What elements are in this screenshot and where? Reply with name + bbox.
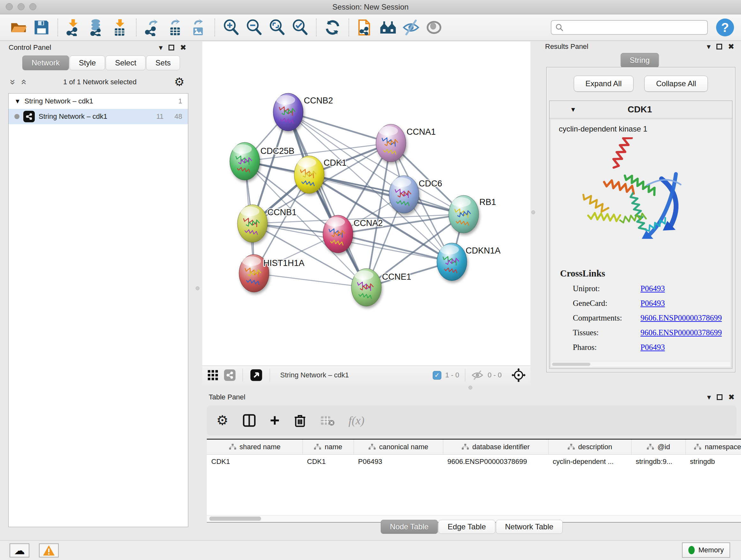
cell-description[interactable]: cyclin-dependent ... xyxy=(548,455,631,469)
cell-database-identifier[interactable]: 9606.ENSP00000378699 xyxy=(443,455,548,469)
cell-canonical-name[interactable]: P06493 xyxy=(354,455,443,469)
table-row[interactable]: CDK1 CDK1 P06493 9606.ENSP00000378699 cy… xyxy=(207,455,741,469)
panel-float-icon[interactable] xyxy=(717,394,723,400)
close-window-button[interactable] xyxy=(6,3,13,10)
panel-float-icon[interactable] xyxy=(169,45,174,51)
network-node-CDC6[interactable] xyxy=(389,176,419,213)
collapse-all-networks-icon[interactable]: » xyxy=(8,79,18,85)
tab-sets[interactable]: Sets xyxy=(146,56,180,70)
delete-column-trash-icon[interactable] xyxy=(293,414,307,428)
refresh-layout-button[interactable] xyxy=(323,17,342,37)
cell-id[interactable]: stringdb:9... xyxy=(631,455,685,469)
panel-menu-icon[interactable]: ▾ xyxy=(707,393,711,401)
show-all-button[interactable] xyxy=(378,17,398,37)
import-network-file-button[interactable] xyxy=(64,17,84,37)
add-column-icon[interactable]: + xyxy=(270,414,280,427)
column-header-id[interactable]: @id xyxy=(631,440,685,455)
network-node-CCNA1[interactable] xyxy=(376,124,406,162)
help-button[interactable]: ? xyxy=(716,18,734,37)
tab-node-table[interactable]: Node Table xyxy=(381,520,438,534)
network-options-gear-icon[interactable]: ⚙ xyxy=(174,76,185,88)
table-options-gear-icon[interactable]: ⚙ xyxy=(216,414,228,427)
bottom-splitter-handle[interactable] xyxy=(468,386,472,389)
tab-string[interactable]: String xyxy=(620,53,659,68)
node-position-crosshair-icon[interactable] xyxy=(511,368,526,382)
export-image-button[interactable] xyxy=(189,17,208,37)
network-node-CDK1[interactable] xyxy=(294,156,324,193)
gray-eye-button[interactable] xyxy=(424,17,444,37)
expand-all-button[interactable]: Expand All xyxy=(574,76,633,91)
collapse-all-button[interactable]: Collapse All xyxy=(644,76,708,91)
column-header-name[interactable]: name xyxy=(302,440,354,455)
zoom-selected-button[interactable] xyxy=(290,17,310,37)
cell-namespace[interactable]: stringdb xyxy=(685,455,741,469)
hide-selected-button[interactable] xyxy=(401,17,421,37)
column-header-canonical-name[interactable]: canonical name xyxy=(354,440,443,455)
network-row[interactable]: String Network – cdk1 11 48 xyxy=(9,109,188,124)
network-node-CCNA2[interactable] xyxy=(323,215,353,253)
panel-close-icon[interactable]: ✖ xyxy=(728,393,735,401)
export-network-button[interactable] xyxy=(143,17,162,37)
crosslink-link[interactable]: P06493 xyxy=(641,299,665,308)
network-node-CCNE1[interactable] xyxy=(351,268,381,306)
toolbar-search[interactable] xyxy=(551,20,708,35)
grid-view-icon[interactable] xyxy=(207,369,219,381)
column-header-namespace[interactable]: namespace xyxy=(685,440,741,455)
import-network-database-button[interactable] xyxy=(87,17,107,37)
minimize-window-button[interactable] xyxy=(17,3,24,10)
tab-select[interactable]: Select xyxy=(106,56,145,70)
zoom-in-button[interactable] xyxy=(221,17,241,37)
panel-close-icon[interactable]: ✖ xyxy=(728,43,734,51)
open-session-button[interactable] xyxy=(9,17,28,37)
save-session-button[interactable] xyxy=(31,17,51,37)
search-input[interactable] xyxy=(563,23,703,32)
panel-float-icon[interactable] xyxy=(717,44,722,50)
collection-expander-icon[interactable]: ▼ xyxy=(14,98,21,105)
cloud-status-button[interactable]: ☁ xyxy=(10,543,29,557)
network-node-CDC25B[interactable] xyxy=(230,142,260,180)
crosslink-link[interactable]: P06493 xyxy=(641,284,665,293)
zoom-out-button[interactable] xyxy=(244,17,264,37)
tab-edge-table[interactable]: Edge Table xyxy=(439,520,495,534)
memory-button[interactable]: Memory xyxy=(682,543,730,558)
scrollbar-thumb[interactable] xyxy=(552,363,590,366)
expand-all-networks-icon[interactable]: » xyxy=(18,79,28,85)
column-header-description[interactable]: description xyxy=(548,440,631,455)
network-node-RB1[interactable] xyxy=(449,195,479,233)
cell-name[interactable]: CDK1 xyxy=(302,455,354,469)
left-splitter-handle[interactable] xyxy=(196,287,199,290)
crosslink-link[interactable]: 9606.ENSP00000378699 xyxy=(641,314,722,322)
export-table-button[interactable] xyxy=(165,17,185,37)
tab-style[interactable]: Style xyxy=(70,56,105,70)
network-edge-HIST1H1A-CCNE1[interactable] xyxy=(254,273,366,287)
panel-close-icon[interactable]: ✖ xyxy=(180,44,186,51)
panel-menu-icon[interactable]: ▾ xyxy=(707,43,711,51)
column-header-shared-name[interactable]: shared name xyxy=(207,440,302,455)
network-node-CCNB1[interactable] xyxy=(238,205,267,242)
birds-eye-view-icon[interactable] xyxy=(250,369,263,381)
column-header-database-identifier[interactable]: database identifier xyxy=(443,440,548,455)
tab-network-table[interactable]: Network Table xyxy=(496,520,563,534)
first-neighbors-button[interactable] xyxy=(355,17,375,37)
network-node-CCNB2[interactable] xyxy=(273,93,303,131)
network-canvas[interactable]: CCNB2CCNA1CDC25BCDK1CDC6RB1CCNB1CCNA2CDK… xyxy=(202,42,530,366)
selected-checkbox-icon[interactable]: ✓ xyxy=(433,371,441,380)
crosslink-link[interactable]: 9606.ENSP00000378699 xyxy=(641,328,722,337)
tab-network[interactable]: Network xyxy=(22,56,69,70)
node-expander-icon[interactable]: ▼ xyxy=(570,106,576,113)
panel-menu-icon[interactable]: ▾ xyxy=(159,44,163,51)
results-horizontal-scrollbar[interactable] xyxy=(551,362,730,367)
right-splitter-handle[interactable] xyxy=(531,210,535,214)
zoom-window-button[interactable] xyxy=(29,3,37,10)
zoom-fit-button[interactable] xyxy=(267,17,287,37)
network-node-CDKN1A[interactable] xyxy=(437,243,467,281)
show-hide-columns-icon[interactable] xyxy=(243,414,256,427)
hidden-eye-slash-icon[interactable] xyxy=(471,370,484,381)
crosslink-link[interactable]: P06493 xyxy=(641,343,665,352)
node-details-header[interactable]: ▼ CDK1 xyxy=(549,101,732,118)
cell-shared-name[interactable]: CDK1 xyxy=(207,455,302,469)
network-collection-row[interactable]: ▼ String Network – cdk1 1 xyxy=(9,94,188,109)
warnings-button[interactable] xyxy=(39,543,59,557)
network-edge-CCNB2-CCNA1[interactable] xyxy=(288,112,391,143)
import-table-button[interactable] xyxy=(110,17,130,37)
